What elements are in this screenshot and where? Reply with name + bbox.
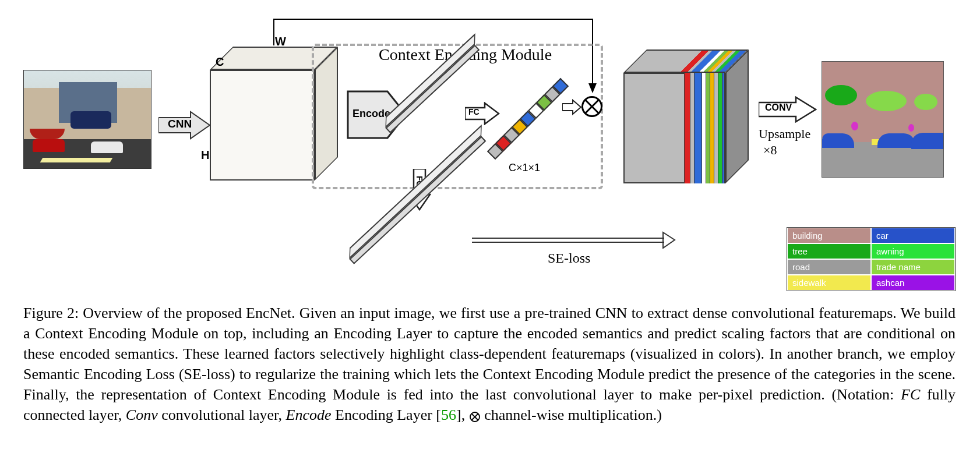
caption-body6: channel-wise multiplication.) (481, 406, 662, 423)
caption-body3: convolutional layer, (158, 406, 286, 423)
cnn-label: CNN (168, 118, 192, 130)
caption-fc: FC (901, 386, 920, 403)
encnet-diagram: CNN C W H Context Encoding Module Encode… (23, 12, 956, 291)
legend-car: car (871, 228, 955, 243)
weighted-feature-cube (623, 44, 757, 183)
fc1-label: FC (468, 107, 480, 116)
caption-encode: Encode (286, 406, 332, 423)
c-label: C (216, 55, 224, 69)
input-image (23, 70, 151, 169)
legend-ashcan: ashcan (871, 275, 955, 291)
caption-head: Figure 2: Overview of the proposed EncNe… (23, 305, 295, 321)
legend-trade-name: trade name (871, 259, 955, 275)
legend-sidewalk: sidewalk (787, 275, 871, 291)
caption-ref: 56 (441, 406, 456, 423)
caption-body4: Encoding Layer [ (332, 406, 441, 423)
channel-mul-icon (581, 96, 602, 117)
svg-marker-9 (663, 232, 675, 248)
h-label: H (201, 148, 209, 162)
legend-tree: tree (787, 243, 871, 259)
c11-label: C×1×1 (509, 162, 540, 174)
se-loss-label: SE-loss (548, 250, 590, 266)
se-loss-arrow (472, 230, 676, 251)
upsample-label: Upsample (759, 126, 810, 141)
class-legend: building car tree awning road trade name… (787, 227, 956, 291)
caption-body5: ], (456, 406, 469, 423)
otimes-icon (469, 406, 481, 426)
legend-building: building (787, 228, 871, 243)
scale-arrow (562, 99, 582, 118)
caption-conv: Conv (126, 406, 158, 423)
encode-label: Encode (352, 108, 390, 120)
figure-caption: Figure 2: Overview of the proposed EncNe… (23, 303, 956, 427)
x8-label: ×8 (763, 143, 777, 158)
conv-label: CONV (765, 102, 792, 113)
legend-awning: awning (871, 243, 955, 259)
segmentation-output (822, 61, 944, 178)
legend-road: road (787, 259, 871, 275)
svg-marker-5 (562, 100, 581, 114)
